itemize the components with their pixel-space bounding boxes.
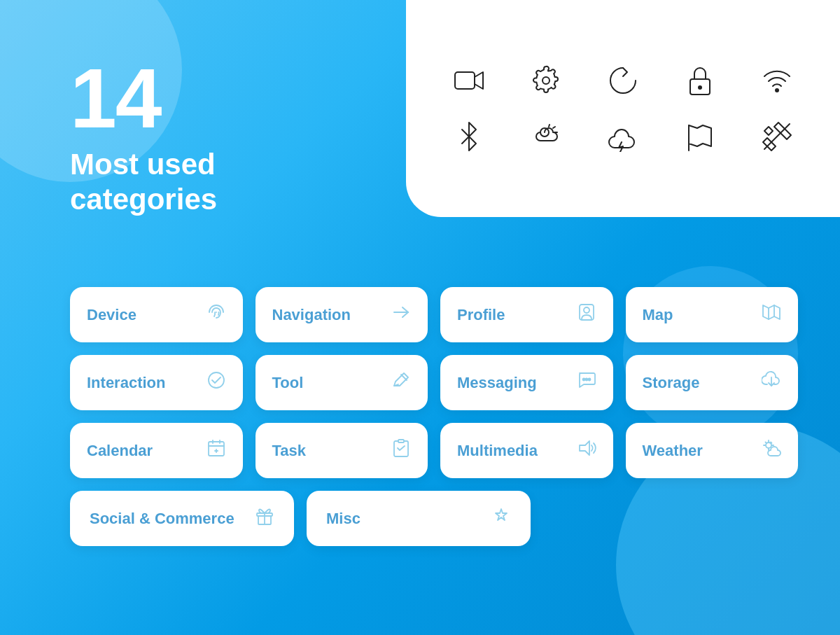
fingerprint-icon bbox=[206, 302, 226, 327]
svg-point-19 bbox=[582, 379, 584, 381]
cat-label-tool: Tool bbox=[272, 374, 304, 392]
svg-line-37 bbox=[771, 442, 771, 443]
icons-row-2 bbox=[451, 119, 794, 154]
checkmark-circle-icon bbox=[206, 370, 226, 395]
category-row-1: Device Navigation bbox=[70, 287, 798, 342]
svg-point-1 bbox=[542, 77, 550, 84]
cat-label-misc: Misc bbox=[326, 510, 360, 528]
arrow-right-icon bbox=[391, 302, 411, 327]
svg-point-17 bbox=[209, 372, 224, 388]
settings-icon bbox=[528, 63, 564, 98]
svg-point-4 bbox=[776, 89, 778, 92]
gift-icon bbox=[255, 506, 274, 531]
thunder-cloud-icon bbox=[606, 119, 640, 154]
heading-subtitle: Most used categories bbox=[70, 147, 217, 218]
category-misc[interactable]: Misc bbox=[307, 491, 531, 546]
svg-point-20 bbox=[585, 379, 587, 381]
partly-cloudy-icon bbox=[528, 119, 564, 154]
svg-rect-23 bbox=[209, 442, 224, 456]
cat-label-messaging: Messaging bbox=[457, 374, 537, 392]
categories-grid: Device Navigation bbox=[70, 287, 798, 546]
lock-icon bbox=[682, 63, 718, 98]
cat-label-navigation: Navigation bbox=[272, 306, 351, 324]
cat-label-profile: Profile bbox=[457, 306, 505, 324]
category-interaction[interactable]: Interaction bbox=[70, 355, 243, 410]
cloud-download-icon bbox=[762, 370, 781, 395]
person-icon bbox=[577, 302, 596, 327]
wifi-icon bbox=[760, 63, 794, 98]
cat-label-map: Map bbox=[643, 306, 673, 324]
video-camera-icon bbox=[451, 63, 486, 98]
calendar-icon bbox=[206, 438, 226, 463]
svg-line-7 bbox=[553, 127, 555, 128]
pencil-icon bbox=[391, 370, 411, 395]
category-navigation[interactable]: Navigation bbox=[255, 287, 428, 342]
category-storage[interactable]: Storage bbox=[626, 355, 799, 410]
category-weather[interactable]: Weather bbox=[626, 423, 799, 478]
category-social-commerce[interactable]: Social & Commerce bbox=[70, 491, 294, 546]
refresh-icon bbox=[606, 63, 640, 98]
cat-label-interaction: Interaction bbox=[87, 374, 165, 392]
cat-label-multimedia: Multimedia bbox=[457, 442, 538, 460]
cat-label-social-commerce: Social & Commerce bbox=[90, 510, 234, 528]
chat-icon bbox=[577, 370, 596, 395]
cat-label-weather: Weather bbox=[643, 442, 703, 460]
icons-panel bbox=[406, 0, 840, 217]
icons-row-1 bbox=[451, 63, 794, 98]
category-messaging[interactable]: Messaging bbox=[440, 355, 613, 410]
category-map[interactable]: Map bbox=[626, 287, 799, 342]
category-row-3: Calendar Task bbox=[70, 423, 798, 478]
svg-marker-14 bbox=[763, 305, 780, 319]
cat-label-calendar: Calendar bbox=[87, 442, 153, 460]
svg-rect-0 bbox=[455, 72, 475, 89]
category-multimedia[interactable]: Multimedia bbox=[440, 423, 613, 478]
svg-line-36 bbox=[766, 442, 766, 443]
map-flag-icon bbox=[682, 119, 718, 154]
category-profile[interactable]: Profile bbox=[440, 287, 613, 342]
speaker-icon bbox=[577, 438, 596, 463]
svg-point-13 bbox=[584, 307, 589, 313]
cat-label-storage: Storage bbox=[643, 374, 700, 392]
svg-point-21 bbox=[588, 379, 590, 381]
clipboard-icon bbox=[391, 438, 411, 463]
svg-rect-29 bbox=[398, 440, 404, 442]
category-tool[interactable]: Tool bbox=[255, 355, 428, 410]
category-count: 14 bbox=[70, 56, 217, 140]
bluetooth-icon bbox=[451, 119, 486, 154]
category-calendar[interactable]: Calendar bbox=[70, 423, 243, 478]
cat-label-device: Device bbox=[87, 306, 136, 324]
category-task[interactable]: Task bbox=[255, 423, 428, 478]
category-row-2: Interaction Tool Messaging bbox=[70, 355, 798, 410]
map-icon bbox=[762, 302, 781, 327]
bookmark-icon bbox=[491, 506, 511, 531]
category-device[interactable]: Device bbox=[70, 287, 243, 342]
cat-label-task: Task bbox=[272, 442, 307, 460]
sun-cloud-icon bbox=[762, 438, 781, 463]
ticket-icon bbox=[760, 119, 794, 154]
main-heading: 14 Most used categories bbox=[70, 56, 217, 218]
svg-point-3 bbox=[699, 86, 701, 89]
svg-line-6 bbox=[549, 125, 550, 127]
category-row-4: Social & Commerce Misc bbox=[70, 491, 798, 546]
svg-marker-30 bbox=[580, 441, 589, 455]
